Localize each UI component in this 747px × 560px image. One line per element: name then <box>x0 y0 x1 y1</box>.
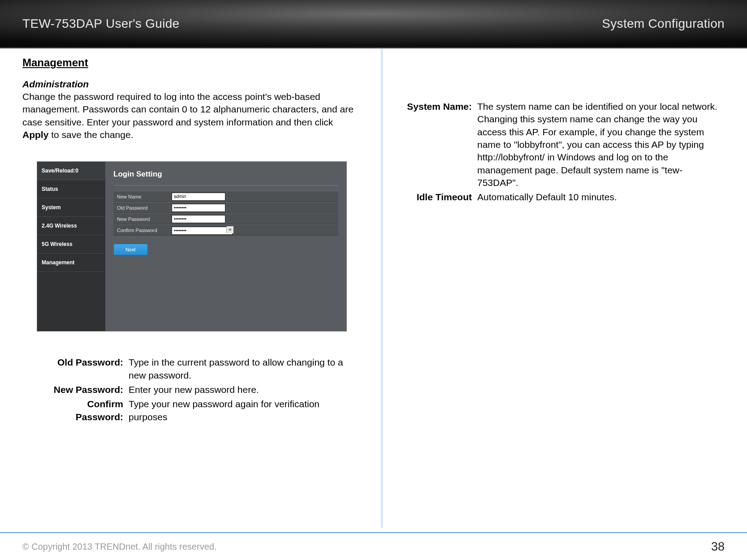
left-column: Management Administration Change the pas… <box>22 56 372 533</box>
def-row-new-password: New Password: Enter your new password he… <box>46 383 358 396</box>
ss-row-new-name: New Name <box>113 191 338 202</box>
left-definition-list: Old Password: Type in the current passwo… <box>46 356 358 423</box>
ss-sidebar: Save/Reload:0 Status System 2.4G Wireles… <box>37 162 105 331</box>
doc-header: TEW-753DAP User's Guide System Configura… <box>0 0 747 48</box>
ss-label-new-name: New Name <box>113 194 172 199</box>
intro-paragraph: Change the password required to log into… <box>22 90 358 141</box>
ss-label-confirm-password: Confirm Password <box>113 228 172 233</box>
page-body: Management Administration Change the pas… <box>0 48 747 533</box>
sidebar-item-management[interactable]: Management <box>37 254 105 272</box>
doc-title-left: TEW-753DAP User's Guide <box>22 17 179 31</box>
next-button[interactable]: Next <box>113 244 148 255</box>
sidebar-item-status[interactable]: Status <box>37 180 105 198</box>
new-password-input[interactable] <box>172 215 225 223</box>
reveal-password-icon[interactable]: 👁 <box>226 226 233 233</box>
footer-copyright: © Copyright 2013 TRENDnet. All rights re… <box>22 542 216 552</box>
def-value-confirm-password: Type your new password again for verific… <box>129 398 358 423</box>
footer-page-number: 38 <box>711 540 725 554</box>
right-column: System Name: The system name can be iden… <box>372 56 721 533</box>
confirm-password-input[interactable] <box>172 227 233 235</box>
def-value-idle-timeout: Automatically Default 10 minutes. <box>477 191 721 203</box>
ss-panel-title: Login Setting <box>113 167 338 185</box>
def-label-system-name: System Name: <box>394 100 477 189</box>
def-label-confirm-password: Confirm Password: <box>46 398 129 423</box>
def-value-new-password: Enter your new password here. <box>129 383 358 396</box>
column-divider <box>381 48 383 528</box>
sidebar-item-5g-wireless[interactable]: 5G Wireless <box>37 235 105 254</box>
def-value-system-name: The system name can be identified on you… <box>477 100 721 189</box>
def-value-old-password: Type in the current password to allow ch… <box>129 356 358 382</box>
admin-ui-screenshot: Save/Reload:0 Status System 2.4G Wireles… <box>37 161 347 332</box>
def-row-idle-timeout: Idle Timeout Automatically Default 10 mi… <box>394 191 721 203</box>
sidebar-item-system[interactable]: System <box>37 198 105 217</box>
footer: © Copyright 2013 TRENDnet. All rights re… <box>0 532 747 560</box>
intro-text-c: to save the change. <box>48 129 133 140</box>
sidebar-item-save-reload[interactable]: Save/Reload:0 <box>37 162 105 180</box>
ss-main-panel: Login Setting New Name Old Password New … <box>105 162 346 331</box>
def-label-idle-timeout: Idle Timeout <box>394 191 477 203</box>
ss-label-old-password: Old Password <box>113 205 172 211</box>
old-password-input[interactable] <box>172 204 225 212</box>
def-label-old-password: Old Password: <box>46 356 129 382</box>
ss-row-confirm-password: Confirm Password 👁 <box>113 224 338 236</box>
section-title: Management <box>22 56 358 69</box>
ss-row-old-password: Old Password <box>113 202 338 213</box>
doc-title-right: System Configuration <box>602 17 725 31</box>
right-definition-list: System Name: The system name can be iden… <box>394 100 721 204</box>
intro-text-a: Change the password required to log into… <box>22 91 354 127</box>
ss-row-new-password: New Password <box>113 213 338 224</box>
new-name-input[interactable] <box>172 193 225 201</box>
def-label-new-password: New Password: <box>46 383 129 396</box>
intro-text-bold: Apply <box>22 129 48 140</box>
def-row-confirm-password: Confirm Password: Type your new password… <box>46 398 358 423</box>
def-row-system-name: System Name: The system name can be iden… <box>394 100 721 189</box>
sidebar-item-24g-wireless[interactable]: 2.4G Wireless <box>37 217 105 235</box>
subsection-title: Administration <box>22 79 358 90</box>
ss-label-new-password: New Password <box>113 216 172 222</box>
def-row-old-password: Old Password: Type in the current passwo… <box>46 356 358 382</box>
